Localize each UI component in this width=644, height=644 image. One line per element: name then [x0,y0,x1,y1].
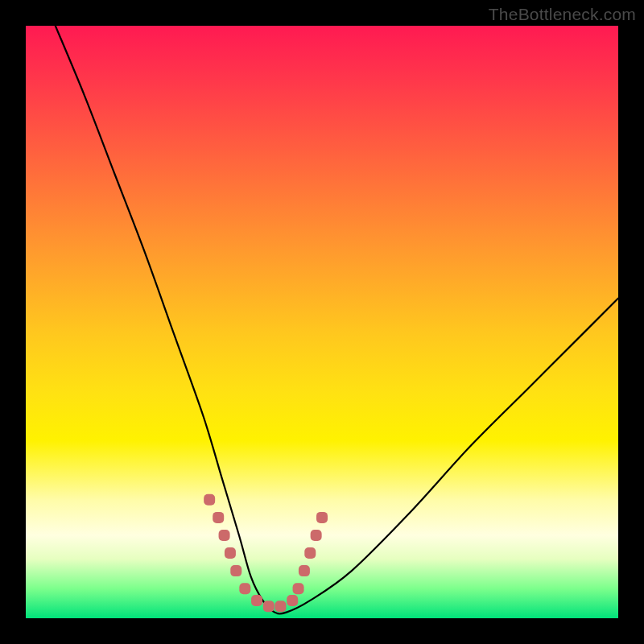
bottom-marker [275,601,286,612]
bottom-marker [225,547,236,559]
watermark-text: TheBottleneck.com [489,5,636,24]
bottom-marker [287,595,298,606]
bottom-marker [293,583,304,594]
bottom-marker [311,530,322,541]
chart-frame: TheBottleneck.com [0,0,644,644]
bottleneck-curve [56,26,618,613]
bottom-marker [213,512,224,523]
bottom-marker [230,565,242,576]
bottom-marker [251,595,262,606]
bottom-marker [239,583,250,594]
bottom-marker [219,530,230,541]
bottom-marker [304,547,316,559]
bottom-marker [316,512,328,523]
bottom-marker [204,494,215,506]
gradient-plot-area [26,26,618,618]
bottom-marker [299,565,310,576]
curve-layer [26,26,618,618]
bottom-marker [263,601,275,612]
bottom-marker-group [204,494,328,612]
